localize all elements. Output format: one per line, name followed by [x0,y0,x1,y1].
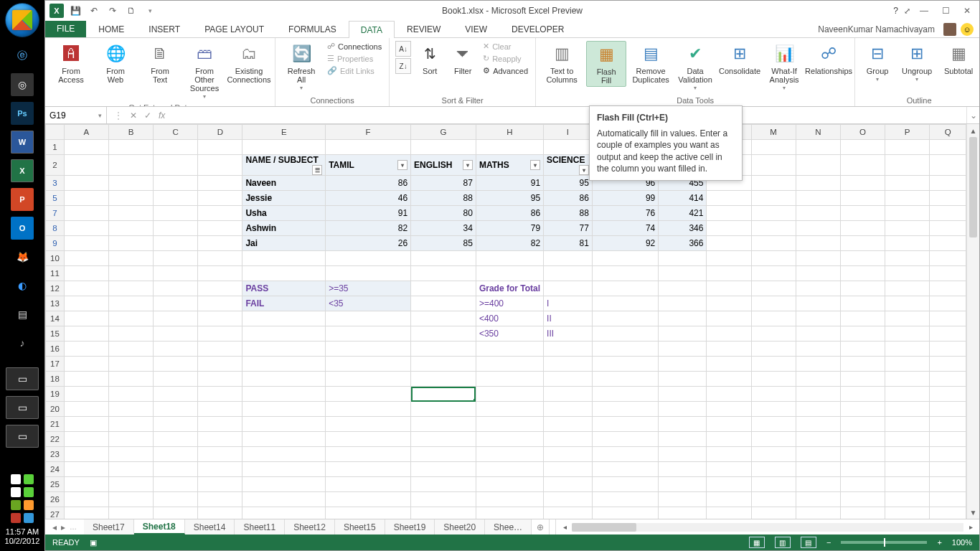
cell-K23[interactable] [659,447,707,462]
cell-P14[interactable] [885,311,930,326]
cell-P1[interactable] [885,140,930,155]
cell-Q27[interactable] [930,507,966,519]
cell-D12[interactable] [198,281,242,296]
scroll-down-icon[interactable]: ▼ [967,506,979,519]
cell-M3[interactable] [751,176,796,191]
column-header-B[interactable]: B [108,125,153,140]
cell-M20[interactable] [751,402,796,417]
tab-pagelayout[interactable]: PAGE LAYOUT [192,20,276,37]
cell-G10[interactable] [411,251,476,266]
cell-N22[interactable] [796,432,840,447]
cell-J24[interactable] [592,462,658,477]
cell-C5[interactable] [154,191,198,206]
cell-O23[interactable] [840,447,885,462]
cell-G13[interactable] [411,296,476,311]
cell-F1[interactable] [326,140,411,155]
cell-L13[interactable] [707,296,751,311]
consolidate-button[interactable]: ⊞Consolidate [720,41,760,77]
cell-K13[interactable] [659,296,707,311]
cell-B25[interactable] [108,477,153,492]
cell-G18[interactable] [411,372,476,387]
cell-C22[interactable] [154,432,198,447]
cell-A2[interactable] [64,155,108,176]
cell-D9[interactable] [198,236,242,251]
cell-L22[interactable] [707,432,751,447]
from-web-button[interactable]: 🌐From Web [95,41,136,85]
cell-Q22[interactable] [930,432,966,447]
cell-Q12[interactable] [930,281,966,296]
cell-A21[interactable] [64,417,108,432]
scroll-thumb[interactable] [969,137,977,237]
cell-P2[interactable] [885,155,930,176]
row-header-5[interactable]: 5 [46,191,65,206]
tab-formulas[interactable]: FORMULAS [276,20,349,37]
filter-dropdown-icon[interactable]: ☰ [312,165,322,175]
advanced-filter-button[interactable]: ⚙Advanced [481,65,529,76]
cell-E21[interactable] [242,417,326,432]
cell-F3[interactable]: 86 [326,176,411,191]
cell-P18[interactable] [885,372,930,387]
from-text-button[interactable]: 🗎From Text [140,41,180,85]
cell-K17[interactable] [659,357,707,372]
help-icon[interactable]: ? [893,6,898,16]
cell-L19[interactable] [707,387,751,402]
cell-G11[interactable] [411,266,476,281]
cell-D17[interactable] [198,357,242,372]
maximize-button[interactable]: ☐ [938,4,953,17]
tab-insert[interactable]: INSERT [136,20,192,37]
cell-Q18[interactable] [930,372,966,387]
cell-E15[interactable] [242,326,326,342]
minimize-button[interactable]: — [916,4,932,17]
cell-A19[interactable] [64,387,108,402]
cell-A17[interactable] [64,357,108,372]
cell-B23[interactable] [108,447,153,462]
column-header-N[interactable]: N [796,125,840,140]
cell-I16[interactable] [544,342,593,357]
taskbar-notepad-icon[interactable]: ▤ [11,303,34,326]
cell-I9[interactable]: 81 [544,236,593,251]
cell-D18[interactable] [198,372,242,387]
cell-A7[interactable] [64,206,108,221]
fx-insert-function-icon[interactable]: fx [159,110,165,121]
cell-E18[interactable] [242,372,326,387]
cell-I18[interactable] [544,372,593,387]
cell-H9[interactable]: 82 [476,236,543,251]
cell-G25[interactable] [411,477,476,492]
cell-L16[interactable] [707,342,751,357]
column-header-P[interactable]: P [885,125,930,140]
cell-F7[interactable]: 91 [326,206,411,221]
sheet-nav-next-icon[interactable]: ▸ [61,522,65,532]
cell-M13[interactable] [751,296,796,311]
cell-F8[interactable]: 82 [326,221,411,236]
view-pagebreak-button[interactable]: ▤ [801,537,816,548]
cell-D13[interactable] [198,296,242,311]
cell-M26[interactable] [751,492,796,507]
cell-P23[interactable] [885,447,930,462]
cell-Q3[interactable] [930,176,966,191]
cell-B3[interactable] [108,176,153,191]
cell-B10[interactable] [108,251,153,266]
cell-E26[interactable] [242,492,326,507]
cell-J9[interactable]: 92 [592,236,658,251]
cell-G23[interactable] [411,447,476,462]
cell-Q25[interactable] [930,477,966,492]
hscroll-right-icon[interactable]: ▸ [965,523,976,531]
row-header-25[interactable]: 25 [46,477,65,492]
cell-D26[interactable] [198,492,242,507]
user-name[interactable]: NaveenKumar Namachivayam [814,24,939,34]
cell-C26[interactable] [154,492,198,507]
cell-I25[interactable] [544,477,593,492]
column-header-O[interactable]: O [840,125,885,140]
hscroll-thumb[interactable] [572,523,636,532]
cell-O24[interactable] [840,462,885,477]
taskbar-chrome-icon[interactable]: ◎ [11,73,34,96]
qat-undo-icon[interactable]: ↶ [87,4,101,18]
column-header-Q[interactable]: Q [930,125,966,140]
row-header-8[interactable]: 8 [46,221,65,236]
cell-M10[interactable] [751,251,796,266]
row-header-3[interactable]: 3 [46,176,65,191]
cell-J7[interactable]: 76 [592,206,658,221]
cell-H8[interactable]: 79 [476,221,543,236]
cell-P3[interactable] [885,176,930,191]
cell-B17[interactable] [108,357,153,372]
